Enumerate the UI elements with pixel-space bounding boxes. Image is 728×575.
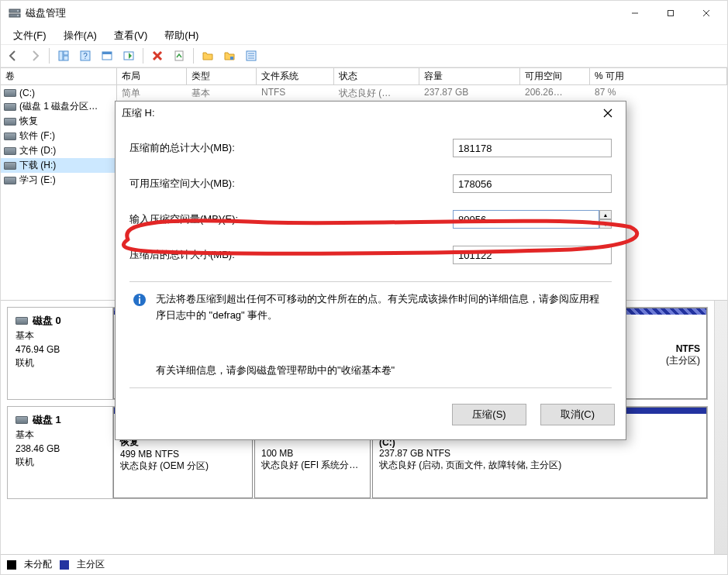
field-total-before: 181178: [453, 139, 612, 157]
field-available: 178056: [453, 174, 612, 193]
info-help-text: 有关详细信息，请参阅磁盘管理帮助中的"收缩基本卷": [156, 363, 395, 379]
field-total-after: 101122: [453, 246, 612, 264]
cancel-button[interactable]: 取消(C): [540, 404, 615, 425]
svg-rect-28: [139, 296, 140, 298]
shrink-amount-spinner: ▲ ▼: [453, 210, 612, 229]
dialog-title-text: 压缩 H:: [122, 106, 155, 120]
shrink-amount-input[interactable]: [453, 210, 599, 229]
label-total-before: 压缩前的总计大小(MB):: [129, 141, 453, 155]
label-total-after: 压缩后的总计大小(MB):: [129, 248, 453, 262]
label-input-amount: 输入压缩空间量(MB)(E):: [129, 212, 453, 226]
spinner-down-button[interactable]: ▼: [599, 219, 612, 229]
spinner-up-button[interactable]: ▲: [599, 210, 612, 219]
label-available: 可用压缩空间大小(MB):: [129, 177, 453, 191]
shrink-button[interactable]: 压缩(S): [452, 404, 526, 425]
dialog-overlay: 压缩 H: 压缩前的总计大小(MB): 181178 可用压缩空间大小(MB):…: [0, 0, 728, 575]
info-text: 无法将卷压缩到超出任何不可移动的文件所在的点。有关完成该操作时间的详细信息，请参…: [156, 291, 609, 324]
svg-rect-27: [139, 298, 140, 304]
shrink-volume-dialog: 压缩 H: 压缩前的总计大小(MB): 181178 可用压缩空间大小(MB):…: [115, 101, 626, 440]
dialog-close-button[interactable]: [596, 102, 619, 124]
dialog-titlebar[interactable]: 压缩 H:: [116, 102, 626, 125]
info-icon: [133, 293, 147, 307]
